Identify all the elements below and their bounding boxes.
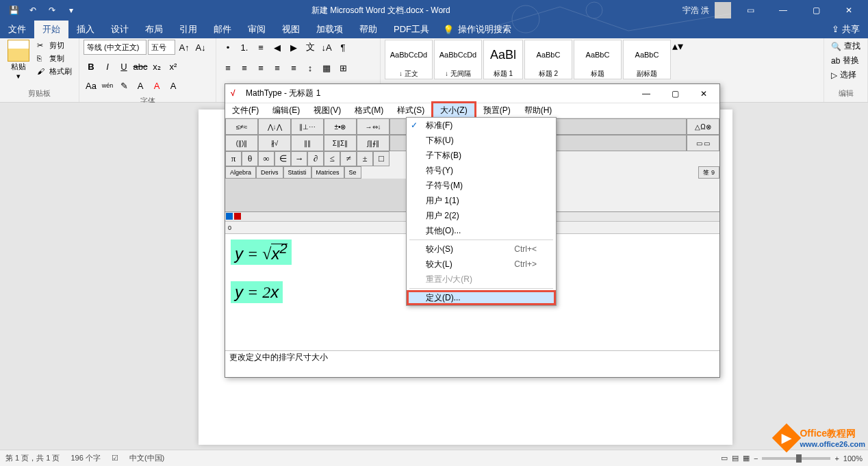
dd-item-5[interactable]: 用户 1(1) bbox=[407, 193, 556, 208]
user-avatar[interactable] bbox=[715, 2, 731, 18]
mt-menu-preset[interactable]: 预置(P) bbox=[476, 103, 518, 118]
increase-indent-button[interactable]: ▶ bbox=[286, 40, 301, 55]
mt-close-button[interactable]: ✕ bbox=[693, 86, 714, 102]
sort-button[interactable]: ↓A bbox=[319, 40, 334, 55]
line-spacing-button[interactable]: ↕ bbox=[303, 60, 318, 75]
language-indicator[interactable]: 中文(中国) bbox=[129, 453, 164, 463]
phonetic-button[interactable]: wén bbox=[100, 78, 115, 93]
distribute-button[interactable]: ≡ bbox=[286, 60, 301, 75]
view-read-button[interactable]: ▭ bbox=[721, 454, 728, 463]
align-center-button[interactable]: ≡ bbox=[237, 60, 252, 75]
mt-tool-0-0[interactable]: ≤≠≈ bbox=[225, 118, 258, 135]
dd-item-3[interactable]: 符号(Y) bbox=[407, 163, 556, 178]
mt-tab-color-1[interactable] bbox=[226, 213, 233, 220]
dd-item-2[interactable]: 子下标(B) bbox=[407, 148, 556, 163]
mt-tab-0[interactable]: Algebra bbox=[225, 166, 256, 179]
mt-tab-1[interactable]: Derivs bbox=[256, 166, 283, 179]
mt-sym-6[interactable]: ≤ bbox=[324, 151, 340, 166]
char-border-button[interactable]: A bbox=[133, 78, 148, 93]
menu-review[interactable]: 审阅 bbox=[240, 21, 274, 38]
zoom-slider[interactable] bbox=[762, 457, 830, 460]
mt-tab-4[interactable]: Se bbox=[344, 166, 361, 179]
style-item-2[interactable]: AaBl标题 1 bbox=[483, 40, 523, 79]
mt-sym-9[interactable]: □ bbox=[373, 151, 390, 166]
mt-sym-5[interactable]: ∂ bbox=[307, 151, 324, 166]
find-button[interactable]: 🔍查找 bbox=[828, 40, 863, 53]
borders-button[interactable]: ⊞ bbox=[335, 60, 350, 75]
mt-tab-3[interactable]: Matrices bbox=[311, 166, 344, 179]
spelling-icon[interactable]: ☑ bbox=[112, 454, 118, 463]
menu-insert[interactable]: 插入 bbox=[68, 21, 103, 38]
paste-button[interactable]: 粘贴 ▾ bbox=[4, 40, 33, 81]
mt-tool-1-0[interactable]: (∥)∥ bbox=[225, 135, 258, 151]
ribbon-options-button[interactable]: ▭ bbox=[737, 0, 764, 21]
mt-menu-style[interactable]: 样式(S) bbox=[390, 103, 431, 118]
save-button[interactable]: 💾 bbox=[5, 2, 22, 18]
dd-item-4[interactable]: 子符号(M) bbox=[407, 178, 556, 193]
redo-button[interactable]: ↷ bbox=[44, 2, 60, 18]
mt-tool-0-4[interactable]: →⇔↓ bbox=[357, 118, 390, 135]
format-painter-button[interactable]: 🖌格式刷 bbox=[34, 66, 75, 77]
word-count[interactable]: 196 个字 bbox=[71, 453, 100, 463]
align-right-button[interactable]: ≡ bbox=[253, 60, 268, 75]
mt-sym-7[interactable]: ≠ bbox=[340, 151, 357, 166]
mt-sym-8[interactable]: ± bbox=[357, 151, 373, 166]
menu-addins[interactable]: 加载项 bbox=[308, 21, 351, 38]
subscript-button[interactable]: x₂ bbox=[149, 59, 164, 74]
mt-tool-end-0[interactable]: △Ω⊗ bbox=[687, 118, 719, 135]
menu-help[interactable]: 帮助 bbox=[351, 21, 385, 38]
style-gallery-more[interactable]: ▴▾ bbox=[672, 40, 682, 53]
dd-item-6[interactable]: 用户 2(2) bbox=[407, 208, 556, 223]
dd-item-11[interactable]: 定义(D)... bbox=[407, 290, 556, 305]
select-button[interactable]: ▷选择 bbox=[828, 68, 863, 81]
dd-item-7[interactable]: 其他(O)... bbox=[407, 223, 556, 238]
mt-menu-edit[interactable]: 编辑(E) bbox=[266, 103, 307, 118]
align-left-button[interactable]: ≡ bbox=[220, 60, 235, 75]
copy-button[interactable]: ⎘复制 bbox=[34, 53, 75, 64]
strikethrough-button[interactable]: abc bbox=[133, 59, 148, 74]
dd-item-9[interactable]: 较大(L)Ctrl+> bbox=[407, 257, 556, 272]
dd-item-0[interactable]: ✓标准(F) bbox=[407, 118, 556, 133]
mt-tool-1-2[interactable]: ∥∥ bbox=[291, 135, 324, 151]
mt-sym-3[interactable]: ∈ bbox=[275, 151, 291, 166]
maximize-button[interactable]: ▢ bbox=[802, 0, 830, 21]
superscript-button[interactable]: x² bbox=[166, 59, 181, 74]
menu-file[interactable]: 文件 bbox=[0, 21, 34, 38]
mt-sym-2[interactable]: ∞ bbox=[258, 151, 275, 166]
page-indicator[interactable]: 第 1 页，共 1 页 bbox=[5, 453, 60, 463]
mt-menu-help[interactable]: 帮助(H) bbox=[518, 103, 559, 118]
show-marks-button[interactable]: ¶ bbox=[335, 40, 350, 55]
style-item-0[interactable]: AaBbCcDd↓ 正文 bbox=[385, 40, 433, 79]
zoom-in-button[interactable]: + bbox=[834, 454, 839, 463]
font-family-combo[interactable] bbox=[84, 40, 146, 55]
close-button[interactable]: ✕ bbox=[835, 0, 863, 21]
style-item-4[interactable]: AaBbC标题 bbox=[574, 40, 622, 79]
mt-menu-format[interactable]: 格式(M) bbox=[348, 103, 390, 118]
mt-tool-1-1[interactable]: ∦√ bbox=[258, 135, 291, 151]
style-gallery[interactable]: AaBbCcDd↓ 正文AaBbCcDd↓ 无间隔AaBl标题 1AaBbC标题… bbox=[385, 40, 671, 79]
menu-pdf[interactable]: PDF工具 bbox=[385, 21, 437, 38]
numbering-button[interactable]: 1. bbox=[237, 40, 252, 55]
mt-tool-0-2[interactable]: ∥⊥⋯ bbox=[291, 118, 324, 135]
menu-design[interactable]: 设计 bbox=[103, 21, 137, 38]
zoom-level[interactable]: 100% bbox=[843, 454, 863, 463]
mathtype-titlebar[interactable]: √ MathType - 无标题 1 — ▢ ✕ bbox=[225, 84, 719, 103]
mt-menu-file[interactable]: 文件(F) bbox=[225, 103, 266, 118]
italic-button[interactable]: I bbox=[100, 59, 115, 74]
mt-template-area-2[interactable] bbox=[321, 179, 417, 211]
shrink-font-button[interactable]: A↓ bbox=[193, 40, 208, 55]
menu-layout[interactable]: 布局 bbox=[137, 21, 171, 38]
char-shading-button[interactable]: A bbox=[166, 78, 181, 93]
mt-minimize-button[interactable]: — bbox=[636, 86, 656, 102]
view-print-button[interactable]: ▤ bbox=[732, 454, 739, 463]
mt-sym-1[interactable]: θ bbox=[242, 151, 258, 166]
mt-tool-0-1[interactable]: ⋀↓⋀ bbox=[258, 118, 291, 135]
style-item-3[interactable]: AaBbC标题 2 bbox=[524, 40, 572, 79]
undo-button[interactable]: ↶ bbox=[25, 2, 41, 18]
share-button[interactable]: ⇪ 共享 bbox=[824, 21, 868, 38]
font-size-combo[interactable] bbox=[148, 40, 175, 55]
dd-item-1[interactable]: 下标(U) bbox=[407, 133, 556, 148]
multilevel-button[interactable]: ≡ bbox=[253, 40, 268, 55]
highlight-button[interactable]: ✎ bbox=[116, 78, 131, 93]
mt-tab-color-2[interactable] bbox=[234, 213, 241, 220]
